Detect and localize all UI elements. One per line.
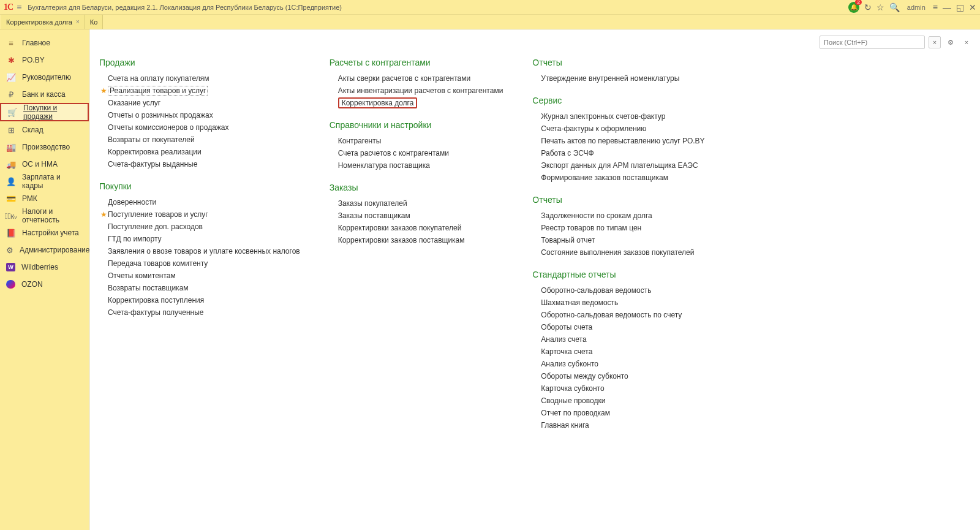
nav-link[interactable]: Карточка субконто: [541, 384, 604, 393]
nav-link[interactable]: Контрагенты: [338, 137, 382, 145]
close-icon[interactable]: ×: [76, 18, 80, 25]
sidebar-item[interactable]: ᴬᷝкᵥНалоги и отчетность: [0, 207, 89, 224]
nav-link[interactable]: Номенклатура поставщика: [338, 161, 430, 170]
sidebar-item-label: Wildberries: [21, 263, 58, 271]
star-icon[interactable]: ★: [99, 210, 108, 219]
nav-link[interactable]: Заказы поставщикам: [338, 211, 410, 220]
sidebar-item-label: Главное: [22, 39, 50, 47]
nav-link[interactable]: Поступление товаров и услуг: [108, 210, 208, 219]
nav-link[interactable]: Оборотно-сальдовая ведомость по счету: [541, 311, 682, 319]
nav-link[interactable]: Реестр товаров по типам цен: [541, 224, 641, 232]
search-clear-button[interactable]: ×: [929, 36, 941, 48]
sidebar-item-icon: 👤: [6, 177, 16, 186]
section-title: Отчеты: [532, 58, 704, 67]
nav-link[interactable]: Передача товаров комитенту: [108, 259, 208, 268]
nav-link[interactable]: Товарный отчет: [541, 236, 595, 244]
nav-link[interactable]: Корректировка долга: [338, 97, 418, 108]
tab-label: Корректировка долга: [6, 18, 72, 26]
nav-link[interactable]: Журнал электронных счетов-фактур: [541, 112, 665, 121]
restore-icon[interactable]: ◱: [956, 2, 964, 12]
star-icon[interactable]: ★: [99, 86, 108, 95]
nav-link[interactable]: Шахматная ведомость: [541, 298, 618, 307]
nav-link[interactable]: Формирование заказов поставщикам: [541, 173, 668, 182]
sidebar-item[interactable]: 🚚ОС и НМА: [0, 156, 89, 173]
nav-link[interactable]: Акты сверки расчетов с контрагентами: [338, 74, 470, 83]
sidebar-item[interactable]: ✱PO.BY: [0, 51, 89, 69]
nav-link[interactable]: Карточка счета: [541, 347, 592, 356]
sidebar-item-label: OZON: [21, 280, 43, 289]
sidebar-item[interactable]: 👤Зарплата и кадры: [0, 173, 89, 190]
search-input[interactable]: [820, 36, 925, 49]
sidebar-item[interactable]: 📕Настройки учета: [0, 224, 89, 241]
nav-link[interactable]: Заявления о ввозе товаров и уплате косве…: [108, 247, 300, 256]
settings-gear-icon[interactable]: ⚙: [944, 36, 957, 48]
sidebar-item-icon: ᴬᷝкᵥ: [6, 211, 16, 221]
close-window-icon[interactable]: ✕: [969, 2, 976, 12]
nav-link[interactable]: Отчеты о розничных продажах: [108, 111, 213, 119]
nav-link[interactable]: Доверенности: [108, 198, 156, 206]
nav-link[interactable]: Обороты счета: [541, 323, 592, 331]
nav-link[interactable]: Состояние выполнения заказов покупателей: [541, 248, 694, 257]
nav-link[interactable]: ГТД по импорту: [108, 235, 162, 243]
sidebar-item[interactable]: OZON: [0, 276, 89, 293]
nav-link[interactable]: Счета-фактуры к оформлению: [541, 124, 646, 133]
sidebar-item[interactable]: ⚙Администрирование: [0, 241, 89, 259]
username[interactable]: admin: [907, 4, 925, 11]
sidebar-item-label: Руководителю: [22, 73, 71, 81]
nav-link[interactable]: Отчет по проводкам: [541, 409, 610, 417]
settings-icon[interactable]: ≡: [933, 2, 938, 12]
nav-link[interactable]: Экспорт данных для АРМ плательщика ЕАЭС: [541, 161, 698, 170]
nav-link[interactable]: Работа с ЭСЧФ: [541, 149, 594, 157]
nav-link[interactable]: Корректировки заказов поставщикам: [338, 236, 465, 244]
nav-link[interactable]: Главная книга: [541, 421, 589, 430]
sidebar-item[interactable]: 🏭Производство: [0, 138, 89, 156]
nav-link[interactable]: Оборотно-сальдовая ведомость: [541, 286, 651, 295]
sidebar-item-icon: 🚚: [6, 160, 16, 169]
nav-link[interactable]: Задолженности по срокам долга: [541, 211, 652, 220]
nav-link[interactable]: Реализация товаров и услуг: [108, 86, 208, 96]
history-icon[interactable]: ↻: [864, 2, 872, 12]
notifications-button[interactable]: 🔔 2: [848, 2, 859, 13]
sidebar-item-label: Склад: [22, 126, 43, 134]
sidebar-item[interactable]: ⊞Склад: [0, 121, 89, 138]
nav-link[interactable]: Возвраты от покупателей: [108, 135, 195, 144]
nav-link[interactable]: Обороты между субконто: [541, 372, 628, 380]
nav-link[interactable]: Корректировки заказов покупателей: [338, 224, 462, 232]
nav-link[interactable]: Счета расчетов с контрагентами: [338, 149, 449, 157]
search-icon[interactable]: 🔍: [889, 2, 900, 12]
nav-link[interactable]: Отчеты комиссионеров о продажах: [108, 123, 229, 132]
sidebar-item[interactable]: WWildberries: [0, 259, 89, 276]
sidebar-item[interactable]: 🛒Покупки и продажи: [0, 103, 89, 121]
minimize-icon[interactable]: —: [943, 2, 951, 12]
sidebar-item[interactable]: ₽Банк и касса: [0, 86, 89, 103]
nav-link[interactable]: Печать актов по перевыставлению услуг PO…: [541, 137, 704, 145]
sidebar-item-icon: 🏭: [6, 143, 16, 152]
nav-link[interactable]: Заказы покупателей: [338, 199, 407, 208]
tabbar: Корректировка долга×Ко: [0, 15, 980, 29]
nav-link[interactable]: Отчеты комитентам: [108, 271, 176, 280]
nav-link[interactable]: Акты инвентаризации расчетов с контраген…: [338, 86, 503, 95]
menu-icon[interactable]: ≡: [17, 2, 21, 12]
sidebar-item[interactable]: 📈Руководителю: [0, 69, 89, 86]
notification-count: 2: [855, 0, 861, 5]
close-panel-icon[interactable]: ×: [960, 36, 973, 48]
nav-link[interactable]: Возвраты поставщикам: [108, 284, 189, 292]
nav-link[interactable]: Анализ субконто: [541, 360, 598, 368]
star-icon[interactable]: ☆: [876, 2, 884, 12]
nav-link[interactable]: Анализ счета: [541, 335, 586, 344]
nav-link[interactable]: Сводные проводки: [541, 396, 605, 405]
tab[interactable]: Ко: [85, 15, 104, 29]
nav-link[interactable]: Корректировка поступления: [108, 296, 204, 305]
section-title: Заказы: [330, 183, 503, 192]
tab[interactable]: Корректировка долга×: [1, 15, 85, 29]
nav-link[interactable]: Оказание услуг: [108, 99, 160, 107]
nav-link[interactable]: Поступление доп. расходов: [108, 222, 203, 231]
nav-link[interactable]: Счета на оплату покупателям: [108, 74, 209, 83]
sidebar-item[interactable]: ≡Главное: [0, 34, 89, 51]
nav-link[interactable]: Счета-фактуры выданные: [108, 160, 197, 168]
sidebar-item[interactable]: 💳РМК: [0, 190, 89, 207]
nav-link[interactable]: Утверждение внутренней номенклатуры: [541, 74, 679, 83]
nav-link[interactable]: Корректировка реализации: [108, 148, 202, 156]
nav-link[interactable]: Счета-фактуры полученные: [108, 308, 204, 317]
section-title: Продажи: [99, 58, 300, 67]
